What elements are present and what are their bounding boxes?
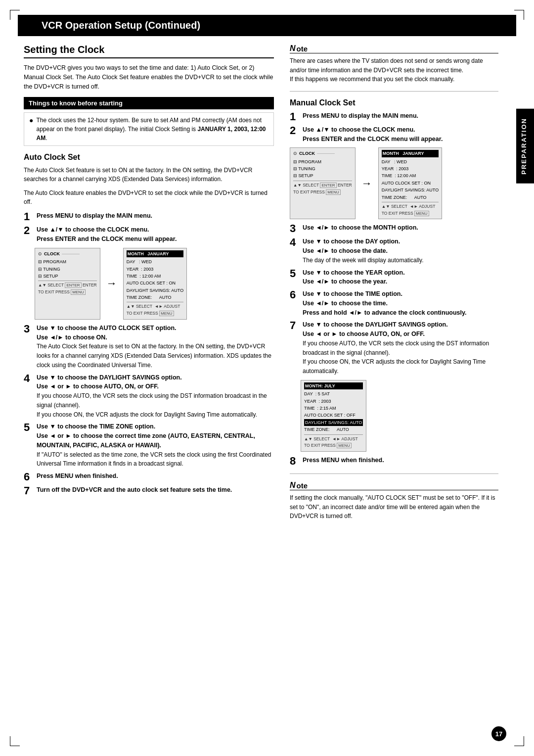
mscreen-month-highlight: MONTH JANUARY — [382, 150, 439, 157]
page-number: 17 — [491, 726, 506, 741]
step-num-4: 4 — [24, 373, 35, 384]
step-num-5: 5 — [24, 422, 35, 433]
step-num-2: 2 — [24, 225, 35, 236]
mscreen-icon-row: ⊙ CLOCK ———— — [293, 150, 352, 157]
things-bullet: ● The clock uses the 12-hour system. Be … — [29, 116, 268, 142]
manual-step-content-8: Press MENU when finished. — [303, 456, 498, 465]
auto-step-3: 3 Use ▼ to choose the AUTO CLOCK SET opt… — [24, 324, 274, 370]
divider-1 — [290, 91, 498, 92]
auto-step-2: 2 Use ▲/▼ to choose the CLOCK menu. Pres… — [24, 225, 274, 244]
note-top-text: There are cases where the TV station doe… — [290, 56, 498, 84]
step-content-4: Use ▼ to choose the DAYLIGHT SAVINGS opt… — [37, 373, 274, 420]
auto-step-7: 7 Turn off the DVD+VCR and the auto cloc… — [24, 485, 274, 496]
screen-program: ⊟ PROGRAM — [38, 258, 97, 265]
corner-mark-br — [514, 736, 524, 746]
auto-step-1: 1 Press MENU to display the MAIN menu. — [24, 211, 274, 222]
screen-time: TIME : 12:00 AM — [127, 273, 183, 280]
section-title-clock: Setting the Clock — [24, 44, 274, 58]
mscreen-timezone: TIME ZONE: AUTO — [382, 194, 439, 201]
mscreen-july-tz: TIME ZONE: AUTO — [304, 426, 363, 433]
manual-step-4: 4 Use ▼ to choose the DAY option.Use ◄/►… — [290, 237, 498, 265]
note-top: Note There are cases where the TV statio… — [290, 44, 498, 84]
screen-bottom-left: ▲▼ SELECT ENTER ENTERTO EXIT PRESS MENU — [38, 281, 97, 296]
corner-mark-tr — [514, 10, 524, 20]
screen-tuning: ⊟ TUNING — [38, 266, 97, 273]
mscreen-july-day: DAY : 5 SAT — [304, 390, 363, 397]
manual-step-content-1: Press MENU to display the MAIN menu. — [303, 111, 498, 121]
auto-clock-intro2: The Auto Clock feature enables the DVD+V… — [24, 189, 274, 206]
manual-step-num-1: 1 — [290, 111, 301, 122]
manual-step-1: 1 Press MENU to display the MAIN menu. — [290, 111, 498, 122]
manual-screen-right: MONTH JANUARY DAY : WED YEAR : 2003 TIME… — [378, 147, 442, 219]
manual-step-num-3: 3 — [290, 223, 301, 234]
screen-arrow-1: → — [106, 248, 117, 320]
main-content: Setting the Clock The DVD+VCR gives you … — [0, 44, 534, 527]
mscreen-july-auto: AUTO CLOCK SET : OFF — [304, 412, 363, 419]
page: PREPARATION VCR Operation Setup (Continu… — [0, 0, 534, 756]
auto-screen-right: MONTH JANUARY DAY : WED YEAR : 2003 TIME… — [123, 248, 187, 320]
manual-step-7: 7 Use ▼ to choose the DAYLIGHT SAVINGS o… — [290, 320, 498, 376]
mscreen-setup: ⊟ SETUP — [293, 172, 352, 179]
mscreen-bottom-left: ▲▼ SELECT ENTER ENTERTO EXIT PRESS MENU — [293, 181, 352, 196]
right-column: Note There are cases where the TV statio… — [286, 44, 498, 527]
page-header: VCR Operation Setup (Continued) — [18, 15, 516, 36]
note-bottom: Note If setting the clock manually, "AUT… — [290, 481, 498, 521]
auto-screen-left: ⊙ CLOCK ———— ⊟ PROGRAM ⊟ TUNING ⊟ SETUP … — [35, 248, 100, 320]
mscreen-year: YEAR : 2003 — [382, 165, 439, 172]
mscreen-july-year: YEAR : 2003 — [304, 398, 363, 405]
screen-year: YEAR : 2003 — [127, 266, 183, 273]
screen-icon-row: ⊙ CLOCK ———— — [38, 250, 97, 257]
preparation-tab: PREPARATION — [516, 109, 534, 184]
manual-screen-container-top: ⊙ CLOCK ———— ⊟ PROGRAM ⊟ TUNING ⊟ SETUP … — [290, 147, 498, 219]
manual-step-8: 8 Press MENU when finished. — [290, 456, 498, 467]
manual-step-content-4: Use ▼ to choose the DAY option.Use ◄/► t… — [303, 237, 498, 265]
manual-step-content-6: Use ▼ to choose the TIME option.Use ◄/► … — [303, 289, 498, 317]
manual-step-content-3: Use ◄/► to choose the MONTH option. — [303, 223, 498, 233]
note-bottom-title: Note — [290, 481, 498, 490]
manual-step-content-2: Use ▲/▼ to choose the CLOCK menu.Press E… — [303, 125, 498, 144]
screen-day: DAY : WED — [127, 258, 183, 265]
mscreen-tuning: ⊟ TUNING — [293, 165, 352, 172]
screen-bottom-right: ▲▼ SELECT ◄► ADJUSTTO EXIT PRESS MENU — [127, 302, 183, 317]
step-content-7: Turn off the DVD+VCR and the auto clock … — [37, 485, 274, 495]
things-content: ● The clock uses the 12-hour system. Be … — [24, 112, 274, 146]
step-content-2: Use ▲/▼ to choose the CLOCK menu. Press … — [37, 225, 274, 244]
step-num-1: 1 — [24, 211, 35, 222]
manual-step-num-2: 2 — [290, 125, 301, 136]
manual-step-num-8: 8 — [290, 456, 301, 467]
manual-step-content-7: Use ▼ to choose the DAYLIGHT SAVINGS opt… — [303, 320, 498, 376]
header-title: VCR Operation Setup (Continued) — [42, 20, 200, 31]
things-bullet-text: The clock uses the 12-hour system. Be su… — [36, 116, 268, 142]
bullet-dot: ● — [29, 116, 33, 142]
mscreen-daylight: DAYLIGHT SAVINGS: AUTO — [382, 187, 439, 193]
manual-step-2: 2 Use ▲/▼ to choose the CLOCK menu.Press… — [290, 125, 498, 144]
mscreen-day: DAY : WED — [382, 158, 439, 165]
manual-step-content-5: Use ▼ to choose the YEAR option.Use ◄/► … — [303, 268, 498, 287]
screen-setup: ⊟ SETUP — [38, 273, 97, 280]
corner-mark-tl — [10, 10, 20, 20]
note-bottom-text: If setting the clock manually, "AUTO CLO… — [290, 493, 498, 521]
manual-screen-container-bottom: MONTH: JULY DAY : 5 SAT YEAR : 2003 TIME… — [301, 380, 498, 452]
screen-timezone: TIME ZONE: AUTO — [127, 294, 183, 301]
mscreen-july-highlight: MONTH: JULY — [304, 382, 363, 389]
left-column: Setting the Clock The DVD+VCR gives you … — [24, 44, 286, 527]
manual-step-num-7: 7 — [290, 320, 301, 331]
auto-screen-container: ⊙ CLOCK ———— ⊟ PROGRAM ⊟ TUNING ⊟ SETUP … — [35, 248, 274, 320]
manual-step-num-4: 4 — [290, 237, 301, 248]
auto-clock-intro1: The Auto Clock Set feature is set to ON … — [24, 166, 274, 184]
auto-clock-title: Auto Clock Set — [24, 153, 274, 162]
manual-screen-left: ⊙ CLOCK ———— ⊟ PROGRAM ⊟ TUNING ⊟ SETUP … — [290, 147, 356, 219]
divider-2 — [290, 473, 498, 474]
step-content-6: Press MENU when finished. — [37, 472, 274, 481]
step-num-3: 3 — [24, 324, 35, 334]
mscreen-auto-clock: AUTO CLOCK SET : ON — [382, 180, 439, 187]
manual-step-3: 3 Use ◄/► to choose the MONTH option. — [290, 223, 498, 234]
screen-auto-clock: AUTO CLOCK SET : ON — [127, 280, 183, 286]
step-num-6: 6 — [24, 472, 35, 482]
screen-month-highlight: MONTH JANUARY — [127, 250, 183, 257]
screen-daylight: DAYLIGHT SAVINGS: AUTO — [127, 287, 183, 294]
step-content-1: Press MENU to display the MAIN menu. — [37, 211, 274, 221]
mscreen-program: ⊟ PROGRAM — [293, 158, 352, 165]
mscreen-july-daylight: DAYLIGHT SAVINGS: AUTO — [304, 419, 363, 426]
manual-step-6: 6 Use ▼ to choose the TIME option.Use ◄/… — [290, 289, 498, 317]
